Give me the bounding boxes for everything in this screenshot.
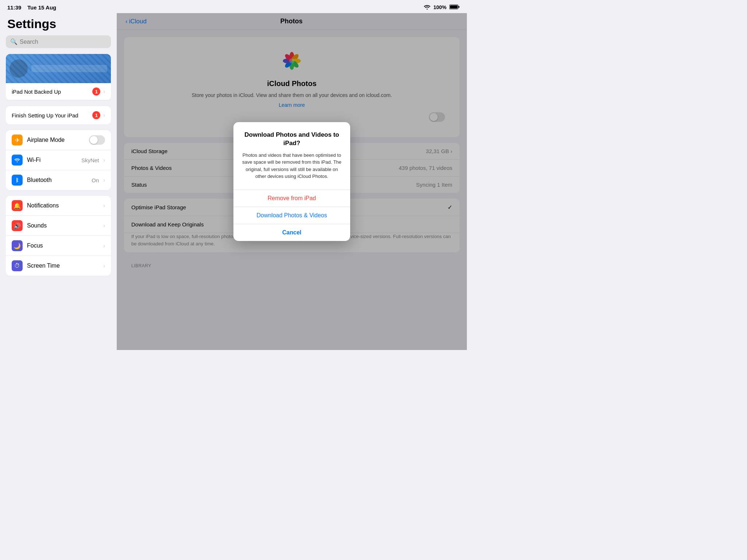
profile-blur-area	[6, 54, 111, 83]
dialog-message: Photos and videos that have been optimis…	[241, 152, 343, 180]
backup-badge: 1	[92, 88, 100, 96]
search-bar[interactable]: 🔍	[6, 35, 111, 48]
wifi-chevron-icon: ›	[103, 157, 105, 163]
status-time: 11:39	[7, 4, 21, 11]
sounds-chevron-icon: ›	[103, 223, 105, 229]
sidebar-item-bluetooth[interactable]: ᛒ Bluetooth On ›	[6, 170, 111, 190]
avatar	[9, 59, 28, 78]
status-time-date: 11:39 Tue 15 Aug	[7, 4, 56, 11]
dialog-actions: Remove from iPad Download Photos & Video…	[233, 190, 350, 241]
airplane-icon: ✈	[12, 135, 23, 145]
svg-rect-2	[458, 6, 460, 8]
finish-setup-badge-chevron: 1 ›	[92, 111, 105, 119]
bluetooth-chevron-icon: ›	[103, 177, 105, 183]
bluetooth-label: Bluetooth	[27, 177, 87, 183]
profile-header	[6, 54, 111, 83]
finish-setup-badge: 1	[92, 111, 100, 119]
right-panel: ‹ iCloud Photos	[117, 13, 467, 350]
finish-setup-label: Finish Setting Up Your iPad	[12, 112, 78, 118]
wifi-label: Wi-Fi	[27, 157, 77, 163]
backup-label: iPad Not Backed Up	[12, 89, 61, 95]
backup-row[interactable]: iPad Not Backed Up 1 ›	[6, 83, 111, 100]
settings-group-system: 🔔 Notifications › 🔊 Sounds › 🌙 Focus › ⏱…	[6, 196, 111, 276]
bluetooth-value: On	[92, 177, 99, 183]
toggle-thumb	[90, 136, 98, 144]
sidebar-item-wifi[interactable]: Wi-Fi SkyNet ›	[6, 150, 111, 170]
dialog: Download Photos and Videos to iPad? Phot…	[233, 122, 350, 241]
settings-group-connectivity: ✈ Airplane Mode Wi-Fi SkyNet › ᛒ Bluetoo…	[6, 130, 111, 190]
main-layout: Settings 🔍 iPad Not Backed Up 1 ›	[0, 13, 467, 350]
remove-from-ipad-button[interactable]: Remove from iPad	[233, 190, 350, 207]
focus-label: Focus	[27, 242, 99, 249]
sidebar-item-notifications[interactable]: 🔔 Notifications ›	[6, 196, 111, 216]
airplane-mode-label: Airplane Mode	[27, 137, 85, 143]
wifi-settings-icon	[12, 155, 23, 166]
profile-section: iPad Not Backed Up 1 ›	[6, 54, 111, 100]
wifi-value: SkyNet	[81, 157, 99, 163]
sidebar-item-screentime[interactable]: ⏱ Screen Time ›	[6, 256, 111, 276]
profile-info-blur	[31, 65, 107, 72]
dialog-overlay: Download Photos and Videos to iPad? Phot…	[117, 13, 467, 350]
status-date: Tue 15 Aug	[27, 4, 56, 11]
wifi-icon	[424, 4, 430, 11]
sidebar-item-focus[interactable]: 🌙 Focus ›	[6, 236, 111, 256]
bluetooth-icon: ᛒ	[12, 175, 23, 186]
notifications-chevron-icon: ›	[103, 203, 105, 209]
status-indicators: 100%	[424, 4, 460, 11]
airplane-mode-toggle[interactable]	[89, 135, 105, 145]
search-input[interactable]	[20, 39, 107, 45]
notifications-label: Notifications	[27, 202, 99, 209]
screentime-chevron-icon: ›	[103, 263, 105, 269]
focus-chevron-icon: ›	[103, 243, 105, 249]
badge-chevron: 1 ›	[92, 88, 105, 96]
sounds-icon: 🔊	[12, 220, 23, 231]
notifications-icon: 🔔	[12, 200, 23, 211]
search-icon: 🔍	[10, 38, 18, 45]
sidebar: Settings 🔍 iPad Not Backed Up 1 ›	[0, 13, 117, 350]
finish-setup-chevron-icon: ›	[103, 112, 105, 118]
screentime-label: Screen Time	[27, 262, 99, 269]
status-bar: 11:39 Tue 15 Aug 100%	[0, 0, 467, 13]
focus-icon: 🌙	[12, 240, 23, 251]
battery-percent: 100%	[433, 4, 446, 10]
finish-setup-row[interactable]: Finish Setting Up Your iPad 1 ›	[6, 106, 111, 124]
sidebar-item-sounds[interactable]: 🔊 Sounds ›	[6, 216, 111, 236]
svg-rect-1	[450, 5, 458, 8]
sidebar-item-airplane-mode[interactable]: ✈ Airplane Mode	[6, 130, 111, 150]
backup-chevron-icon: ›	[103, 89, 105, 94]
download-photos-videos-button[interactable]: Download Photos & Videos	[233, 207, 350, 224]
dialog-title: Download Photos and Videos to iPad?	[241, 131, 343, 147]
cancel-button[interactable]: Cancel	[233, 224, 350, 241]
dialog-content: Download Photos and Videos to iPad? Phot…	[233, 122, 350, 189]
screentime-icon: ⏱	[12, 260, 23, 271]
battery-icon	[449, 4, 460, 11]
sidebar-title: Settings	[0, 13, 117, 35]
sounds-label: Sounds	[27, 222, 99, 229]
